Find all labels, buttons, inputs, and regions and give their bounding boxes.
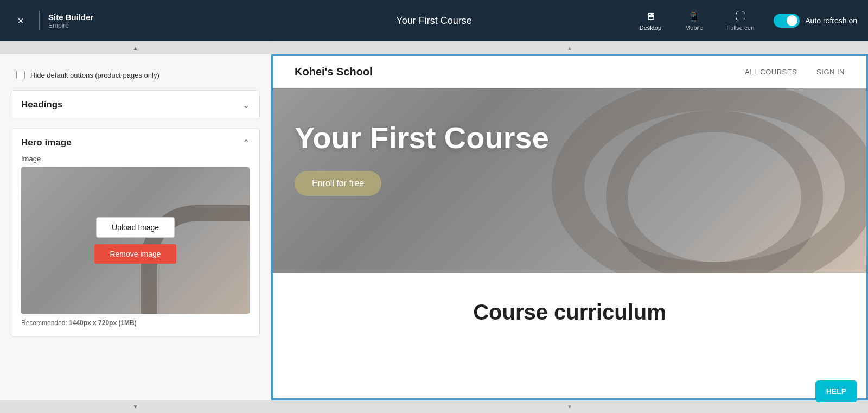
preview-scroll-bottom[interactable]: ▼ [271, 400, 868, 413]
checkbox-label: Hide default buttons (product pages only… [30, 71, 159, 79]
desktop-label: Desktop [640, 24, 661, 31]
headings-chevron-icon: ⌄ [242, 100, 250, 110]
hero-image-title: Hero image [21, 137, 72, 148]
hero-image-section: Hero image ⌃ Image Upload Image Remove i… [11, 128, 260, 337]
hero-image-header[interactable]: Hero image ⌃ [11, 129, 259, 155]
preview-inner: Kohei's School ALL COURSES SIGN IN Your … [273, 56, 866, 398]
auto-refresh-toggle: Auto refresh on [774, 14, 857, 28]
headings-title: Headings [21, 99, 63, 110]
topbar-left: × Site Builder Empire [11, 11, 119, 30]
toggle-switch[interactable] [774, 14, 800, 28]
toggle-knob [787, 15, 797, 26]
enroll-button[interactable]: Enroll for free [295, 171, 381, 196]
hero-text-block: Your First Course Enroll for free [295, 121, 549, 196]
recommended-label: Recommended: [21, 319, 69, 327]
remove-image-button[interactable]: Remove image [94, 244, 176, 264]
checkbox-row: Hide default buttons (product pages only… [16, 65, 260, 90]
view-desktop-button[interactable]: 🖥 Desktop [635, 9, 666, 33]
app-subtitle: Empire [48, 22, 93, 29]
hero-area: Your First Course Enroll for free [273, 88, 866, 273]
auto-refresh-label: Auto refresh on [805, 16, 857, 25]
hero-course-title: Your First Course [295, 121, 549, 155]
image-preview: Upload Image Remove image [21, 167, 250, 314]
site-nav: ALL COURSES SIGN IN [745, 68, 845, 76]
left-panel-inner: Hide default buttons (product pages only… [0, 54, 271, 400]
headings-section: Headings ⌄ [11, 90, 260, 119]
course-curriculum-title: Course curriculum [295, 300, 845, 325]
course-curriculum-section: Course curriculum [273, 273, 866, 352]
topbar-divider [39, 11, 40, 30]
scroll-down-arrow[interactable]: ▼ [0, 400, 271, 413]
image-label: Image [21, 155, 250, 163]
hide-buttons-checkbox[interactable] [16, 71, 25, 79]
topbar: × Site Builder Empire Your First Course … [0, 0, 868, 41]
site-logo: Kohei's School [295, 66, 373, 78]
view-mobile-button[interactable]: 📱 Mobile [681, 8, 707, 33]
nav-sign-in[interactable]: SIGN IN [816, 68, 845, 76]
upload-image-button[interactable]: Upload Image [96, 217, 175, 238]
left-panel: ▲ Hide default buttons (product pages on… [0, 41, 271, 413]
hero-chevron-icon: ⌃ [242, 138, 250, 148]
scroll-up-arrow[interactable]: ▲ [0, 41, 271, 54]
app-info: Site Builder Empire [48, 12, 93, 29]
recommended-size: 1440px x 720px (1MB) [69, 319, 137, 327]
close-button[interactable]: × [11, 11, 30, 30]
hero-image-body: Image Upload Image Remove image Recommen… [11, 155, 259, 336]
hero-arch-detail2 [606, 110, 823, 273]
desktop-icon: 🖥 [646, 11, 655, 22]
close-icon: × [17, 15, 24, 27]
page-title: Your First Course [396, 15, 471, 27]
preview-scroll-top[interactable]: ▲ [271, 41, 868, 54]
recommended-text: Recommended: 1440px x 720px (1MB) [21, 319, 250, 327]
nav-all-courses[interactable]: ALL COURSES [745, 68, 797, 76]
main-content: ▲ Hide default buttons (product pages on… [0, 41, 868, 413]
fullscreen-label: Fullscreen [727, 24, 755, 31]
preview-panel: ▲ Kohei's School ALL COURSES SIGN IN [271, 41, 868, 413]
headings-section-header[interactable]: Headings ⌄ [11, 91, 259, 119]
site-header: Kohei's School ALL COURSES SIGN IN [273, 56, 866, 88]
app-title: Site Builder [48, 12, 93, 22]
mobile-label: Mobile [685, 24, 703, 31]
fullscreen-icon: ⛶ [736, 11, 745, 22]
topbar-right: 🖥 Desktop 📱 Mobile ⛶ Fullscreen Auto ref… [635, 8, 857, 33]
preview-frame: Kohei's School ALL COURSES SIGN IN Your … [271, 54, 868, 400]
mobile-icon: 📱 [688, 10, 700, 22]
view-fullscreen-button[interactable]: ⛶ Fullscreen [723, 9, 759, 33]
help-button[interactable]: HELP [815, 380, 857, 402]
